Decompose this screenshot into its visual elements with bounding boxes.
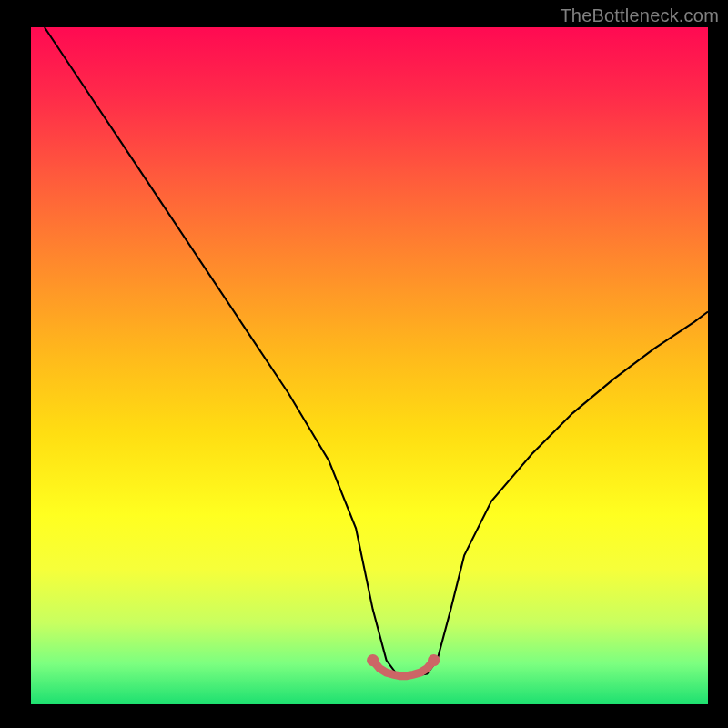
bottleneck-curve bbox=[45, 27, 708, 676]
flat-bottom-dot-left bbox=[367, 654, 379, 666]
flat-bottom-dot-right bbox=[428, 654, 440, 666]
flat-bottom-line bbox=[373, 661, 434, 676]
chart-frame: TheBottleneck.com bbox=[0, 0, 728, 728]
plot-area bbox=[31, 27, 708, 704]
watermark-text: TheBottleneck.com bbox=[560, 5, 719, 26]
chart-svg bbox=[31, 27, 708, 704]
